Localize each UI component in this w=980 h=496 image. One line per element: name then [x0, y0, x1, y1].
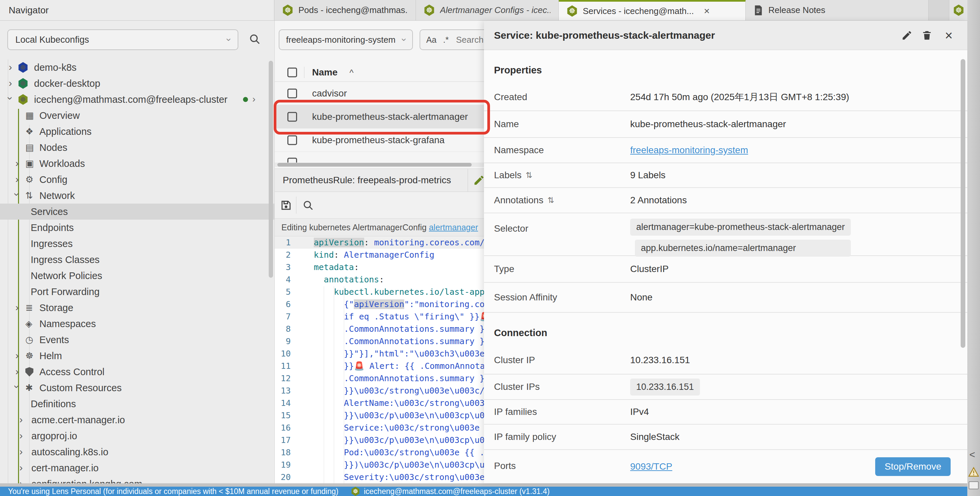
sidebar-item-network[interactable]: › ⇅ Network: [0, 188, 274, 203]
code-line[interactable]: 15 }}\u003c/p\u003e\n\u003cp\u003: [275, 409, 484, 421]
tab-partial[interactable]: ☸: [949, 0, 967, 21]
sidebar-scrollbar[interactable]: [269, 61, 273, 278]
sidebar-item-overview[interactable]: ▦ Overview: [0, 108, 274, 124]
sidebar-item-ingress-classes[interactable]: Ingress Classes: [0, 252, 274, 268]
code-line[interactable]: 3metadata:: [275, 261, 484, 273]
sidebar-item-ingresses[interactable]: Ingresses: [0, 236, 274, 252]
sidebar-item-workloads[interactable]: › ▣ Workloads: [0, 156, 274, 172]
port-9093-link[interactable]: 9093/TCP: [630, 461, 672, 472]
regex-icon[interactable]: .*: [443, 35, 449, 45]
table-row-alertmanager[interactable]: kube-prometheus-stack-alertmanager: [275, 105, 484, 129]
search-icon[interactable]: [248, 33, 261, 45]
sidebar-item-custom-resources[interactable]: › ✱ Custom Resources: [0, 380, 274, 396]
sidebar-item-port-forwarding[interactable]: Port Forwarding: [0, 284, 274, 300]
search-icon[interactable]: [302, 199, 314, 211]
code-line[interactable]: 20 Severity:\u003c/strong\u003e: [275, 471, 484, 483]
sidebar-item-acme-cert-manager[interactable]: › acme.cert-manager.io: [0, 412, 274, 428]
search-input[interactable]: [455, 34, 484, 45]
code-line[interactable]: 5 kubectl.kubernetes.io/last-applied-con…: [275, 286, 484, 298]
sidebar-item-helm[interactable]: › ☸ Helm: [0, 348, 274, 364]
trash-icon[interactable]: [921, 30, 932, 41]
chevron-right-icon[interactable]: ›: [19, 479, 23, 483]
row-checkbox[interactable]: [287, 112, 297, 121]
sidebar-item-autoscaling[interactable]: › autoscaling.k8s.io: [0, 444, 274, 460]
code-line[interactable]: 12 .CommonAnnotations.summary }}: [275, 372, 484, 385]
name-column-header[interactable]: Name: [312, 67, 337, 78]
chevron-right-icon[interactable]: ›: [15, 174, 19, 184]
yaml-editor[interactable]: 1apiVersion: monitoring.coreos.com/v1alp…: [275, 236, 484, 483]
code-line[interactable]: 17 }}\u003c/p\u003e\n\u003cp\u003: [275, 434, 484, 446]
chevron-right-icon[interactable]: ›: [15, 350, 19, 361]
code-line[interactable]: 9 .CommonAnnotations.summary }}: [275, 335, 484, 348]
sidebar-item-docker-desktop[interactable]: › ☸ docker-desktop: [0, 75, 274, 91]
sidebar-item-storage[interactable]: › ≣ Storage: [0, 300, 274, 316]
chevron-down-icon[interactable]: ›: [12, 385, 22, 388]
tab-alertmanager-configs[interactable]: ☸ Alertmanager Configs - icec...: [416, 0, 559, 21]
sidebar-item-applications[interactable]: ❖ Applications: [0, 124, 274, 140]
code-line[interactable]: 8 .CommonAnnotations.summary }}: [275, 323, 484, 335]
sidebar-item-events[interactable]: ◷ Events: [0, 332, 274, 348]
namespace-link[interactable]: freeleaps-monitoring-system: [630, 145, 748, 155]
sort-asc-icon[interactable]: ^: [350, 68, 353, 78]
kubeconfig-select[interactable]: Local Kubeconfigs ›: [7, 29, 238, 50]
table-row-grafana[interactable]: kube-prometheus-stack-grafana: [275, 129, 484, 152]
alertmanager-config-link[interactable]: alertmanager: [429, 223, 478, 232]
chevron-right-icon[interactable]: ›: [19, 415, 23, 424]
tab-services[interactable]: ☸ Services - icecheng@math... ×: [559, 0, 746, 21]
chevron-right-icon[interactable]: ›: [252, 94, 255, 104]
chevron-right-icon[interactable]: ›: [15, 302, 19, 312]
cluster-status[interactable]: ☸ icecheng@mathmast.com@freeleaps-cluste…: [351, 486, 550, 496]
code-line[interactable]: 1apiVersion: monitoring.coreos.com/v1alp…: [275, 236, 484, 249]
chevron-down-icon[interactable]: ›: [12, 192, 22, 196]
namespace-select[interactable]: freeleaps-monitoring-system ›: [279, 29, 413, 50]
scrollbar-thumb[interactable]: [277, 163, 472, 167]
chevron-right-icon[interactable]: ›: [9, 78, 12, 88]
sidebar-item-freeleaps-cluster[interactable]: › ☸ icecheng@mathmast.com@freeleaps-clus…: [0, 91, 274, 108]
chevron-right-icon[interactable]: ›: [15, 367, 19, 377]
sidebar-item-network-policies[interactable]: Network Policies: [0, 268, 274, 284]
sidebar-item-configuration-konghq[interactable]: › configuration.konghq.com: [0, 476, 274, 483]
tab-pods[interactable]: ☸ Pods - icecheng@mathmas...: [274, 0, 416, 21]
chevron-down-icon[interactable]: ›: [5, 97, 15, 100]
sidebar-item-namespaces[interactable]: ◈ Namespaces: [0, 316, 274, 332]
chevron-right-icon[interactable]: ›: [19, 463, 23, 473]
code-line[interactable]: 6 {"apiVersion":"monitoring.coreos: [275, 298, 484, 310]
sidebar-item-access-control[interactable]: › Access Control: [0, 364, 274, 380]
code-line[interactable]: 14 AlertName:\u003c/strong\u003e: [275, 397, 484, 409]
table-row-partial[interactable]: [275, 152, 484, 162]
sidebar-item-config[interactable]: › ⚙ Config: [0, 172, 274, 188]
code-line[interactable]: 2kind: AlertmanagerConfig: [275, 249, 484, 261]
stop-remove-button[interactable]: Stop/Remove: [875, 457, 951, 476]
select-all-checkbox[interactable]: [287, 68, 297, 78]
code-line[interactable]: 11 }}🚨 Alert: {{ .CommonAnnotati: [275, 360, 484, 372]
chevron-right-icon[interactable]: ›: [19, 447, 23, 456]
code-line[interactable]: 13 }}\u003c/strong\u003e\u003c/h3: [275, 385, 484, 397]
code-line[interactable]: 19 }})\u003c/p\u003e\n\u003cp\u00: [275, 459, 484, 471]
sidebar-item-services[interactable]: Services: [0, 203, 274, 219]
chevron-right-icon[interactable]: ›: [15, 158, 19, 168]
drawer-scrollbar[interactable]: [961, 59, 965, 348]
sidebar-item-argoproj[interactable]: › argoproj.io: [0, 428, 274, 444]
save-icon[interactable]: [280, 199, 292, 211]
close-icon[interactable]: ×: [945, 29, 953, 42]
horizontal-scrollbar[interactable]: [275, 162, 484, 167]
code-line[interactable]: 7 if eq .Status \"firing\" }}🚨: [275, 310, 484, 323]
close-tab-icon[interactable]: ×: [704, 6, 710, 16]
sidebar-item-demo-k8s[interactable]: › ☸ demo-k8s: [0, 59, 274, 75]
sidebar-item-cert-manager[interactable]: › cert-manager.io: [0, 460, 274, 476]
table-row-cadvisor[interactable]: cadvisor: [275, 82, 484, 105]
sort-icon[interactable]: ⇅: [547, 196, 554, 205]
tab-release-notes[interactable]: Release Notes: [746, 0, 929, 21]
row-checkbox[interactable]: [287, 158, 297, 163]
match-case-icon[interactable]: Aa: [426, 35, 437, 45]
edit-pencil-icon[interactable]: [901, 30, 913, 41]
row-checkbox[interactable]: [287, 135, 297, 145]
code-line[interactable]: 16 Service:\u003c/strong\u003e {: [275, 421, 484, 434]
sidebar-item-endpoints[interactable]: Endpoints: [0, 219, 274, 236]
sort-icon[interactable]: ⇅: [526, 170, 532, 180]
edit-pencil-icon[interactable]: [473, 174, 484, 186]
sidebar-item-definitions[interactable]: Definitions: [0, 396, 274, 412]
code-line[interactable]: 18 Pod:\u003c/strong\u003e {{ .Co: [275, 446, 484, 459]
sidebar-item-nodes[interactable]: ▤ Nodes: [0, 140, 274, 156]
chevron-right-icon[interactable]: ›: [19, 431, 23, 440]
